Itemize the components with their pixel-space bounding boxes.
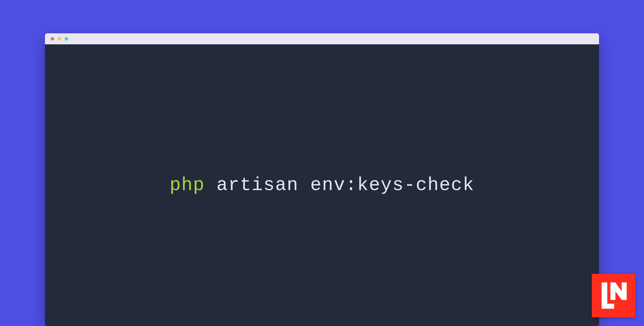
laravel-news-logo-icon bbox=[598, 280, 629, 311]
terminal-window: php artisan env:keys-check bbox=[45, 33, 599, 326]
minimize-icon[interactable] bbox=[58, 37, 61, 41]
terminal-body: php artisan env:keys-check bbox=[45, 44, 599, 326]
close-icon[interactable] bbox=[51, 37, 54, 41]
maximize-icon[interactable] bbox=[65, 37, 68, 41]
brand-logo-badge bbox=[592, 274, 635, 317]
command-line: php artisan env:keys-check bbox=[170, 175, 475, 196]
command-executable: php bbox=[170, 175, 205, 196]
command-arguments: artisan env:keys-check bbox=[205, 175, 474, 196]
window-titlebar bbox=[45, 33, 599, 44]
